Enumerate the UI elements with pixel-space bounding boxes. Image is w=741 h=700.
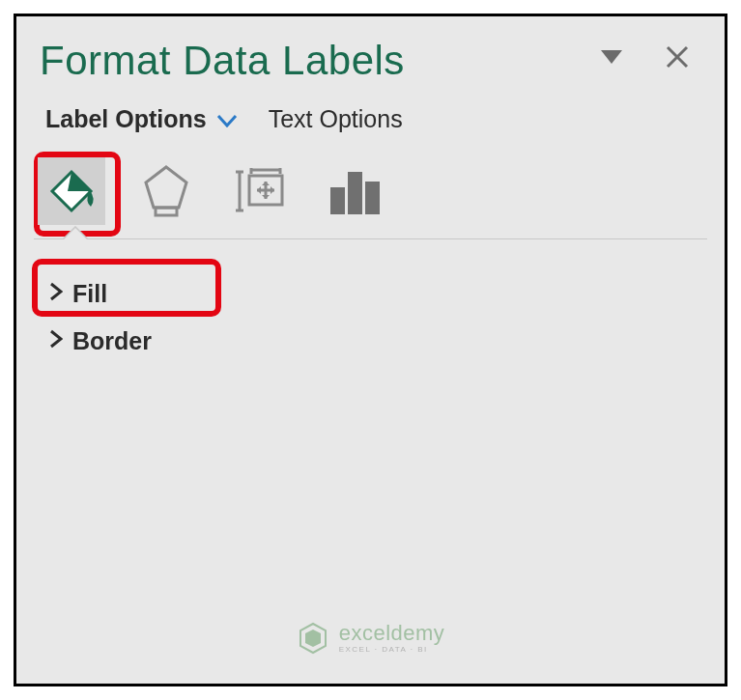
section-fill-label: Fill (72, 280, 107, 308)
svg-marker-18 (262, 182, 270, 185)
pane-title: Format Data Labels (40, 38, 601, 84)
section-fill[interactable]: Fill (45, 270, 707, 318)
svg-marker-19 (262, 195, 270, 199)
watermark: exceldemy EXCEL · DATA · BI (16, 622, 725, 655)
tab-label-options[interactable]: Label Options (45, 105, 207, 133)
svg-marker-16 (257, 186, 261, 194)
tab-dropdown-icon[interactable] (216, 105, 238, 133)
option-tabs: Label Options Text Options (34, 105, 707, 151)
svg-marker-0 (601, 50, 622, 64)
section-border[interactable]: Border (45, 318, 707, 365)
watermark-text: exceldemy EXCEL · DATA · BI (339, 623, 445, 654)
svg-rect-21 (348, 172, 362, 214)
chevron-right-icon (49, 282, 63, 307)
section-border-label: Border (72, 327, 152, 355)
svg-marker-24 (305, 630, 321, 647)
tab-text-options[interactable]: Text Options (269, 105, 403, 133)
watermark-tagline: EXCEL · DATA · BI (339, 646, 445, 654)
fill-line-icon[interactable] (38, 157, 105, 225)
close-icon[interactable] (665, 43, 690, 74)
format-pane: Format Data Labels Label Options Text Op… (14, 14, 727, 686)
svg-rect-6 (156, 208, 177, 215)
chevron-right-icon (49, 329, 63, 354)
dropdown-icon[interactable] (601, 50, 622, 68)
size-properties-icon[interactable] (227, 157, 295, 225)
effects-icon[interactable] (132, 157, 200, 225)
watermark-logo-icon (297, 622, 329, 655)
svg-rect-22 (365, 182, 380, 214)
active-tab-pointer (63, 226, 88, 239)
svg-marker-17 (271, 186, 274, 194)
header-controls (601, 43, 690, 74)
label-options-icon[interactable] (322, 157, 389, 225)
pane-header: Format Data Labels (34, 30, 707, 105)
section-list: Fill Border (34, 261, 707, 365)
watermark-name: exceldemy (339, 623, 445, 644)
svg-marker-4 (68, 172, 91, 191)
svg-rect-20 (330, 187, 345, 214)
category-icons (34, 151, 707, 239)
svg-marker-5 (146, 167, 186, 208)
